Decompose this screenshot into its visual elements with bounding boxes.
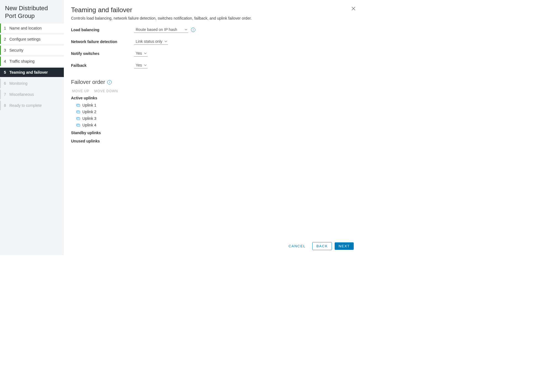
wizard-footer: CANCEL BACK NEXT bbox=[71, 238, 354, 255]
select-notify-switches[interactable]: Yes bbox=[134, 50, 148, 57]
unused-uplinks-title: Unused uplinks bbox=[71, 139, 354, 143]
row-notify-switches: Notify switches Yes bbox=[71, 50, 354, 57]
uplink-icon bbox=[76, 104, 80, 107]
step-monitoring: 6 Monitoring bbox=[0, 79, 64, 88]
standby-uplinks-title: Standby uplinks bbox=[71, 131, 354, 135]
wizard-steps: 1 Name and location 2 Configure settings… bbox=[0, 23, 64, 112]
svg-rect-1 bbox=[77, 104, 80, 107]
row-failback: Failback Yes bbox=[71, 62, 354, 68]
select-failback[interactable]: Yes bbox=[134, 62, 148, 68]
step-security[interactable]: 3 Security bbox=[0, 46, 64, 55]
uplink-item[interactable]: Uplink 3 bbox=[71, 115, 354, 122]
chevron-down-icon bbox=[164, 40, 167, 43]
uplink-item[interactable]: Uplink 2 bbox=[71, 108, 354, 115]
unused-uplinks-group: Unused uplinks bbox=[71, 139, 354, 145]
uplink-icon bbox=[76, 117, 80, 120]
uplink-item[interactable]: Uplink 4 bbox=[71, 122, 354, 128]
step-traffic-shaping[interactable]: 4 Traffic shaping bbox=[0, 57, 64, 66]
cancel-button[interactable]: CANCEL bbox=[285, 242, 310, 250]
chevron-down-icon bbox=[144, 52, 147, 55]
step-ready-to-complete: 8 Ready to complete bbox=[0, 101, 64, 110]
info-icon[interactable]: i bbox=[191, 28, 195, 32]
main-content: Teaming and failover Controls load balan… bbox=[64, 0, 362, 255]
svg-rect-3 bbox=[77, 111, 80, 113]
wizard-sidebar: New Distributed Port Group 1 Name and lo… bbox=[0, 0, 64, 255]
chevron-down-icon bbox=[144, 63, 147, 67]
step-teaming-and-failover[interactable]: 5 Teaming and failover bbox=[0, 68, 64, 77]
label-failback: Failback bbox=[71, 63, 134, 68]
move-down-button: MOVE DOWN bbox=[94, 89, 118, 93]
label-notify-switches: Notify switches bbox=[71, 51, 134, 56]
select-network-failure-detection[interactable]: Link status only bbox=[134, 38, 168, 45]
svg-rect-5 bbox=[77, 118, 80, 120]
uplink-item[interactable]: Uplink 1 bbox=[71, 102, 354, 108]
page-description: Controls load balancing, network failure… bbox=[71, 16, 354, 20]
back-button[interactable]: BACK bbox=[312, 242, 332, 250]
close-button[interactable] bbox=[351, 6, 356, 12]
info-icon[interactable]: i bbox=[107, 80, 112, 84]
move-up-button: MOVE UP bbox=[72, 89, 89, 93]
label-load-balancing: Load balancing bbox=[71, 28, 134, 32]
chevron-down-icon bbox=[184, 28, 188, 31]
active-uplinks-title: Active uplinks bbox=[71, 96, 354, 100]
uplink-icon bbox=[76, 123, 80, 127]
label-network-failure-detection: Network failure detection bbox=[71, 39, 134, 44]
svg-rect-7 bbox=[77, 124, 80, 126]
page-title: Teaming and failover bbox=[71, 6, 354, 14]
step-configure-settings[interactable]: 2 Configure settings bbox=[0, 35, 64, 44]
close-icon bbox=[351, 6, 356, 11]
wizard-title: New Distributed Port Group bbox=[0, 4, 64, 23]
select-load-balancing[interactable]: Route based on IP hash bbox=[134, 27, 188, 33]
step-name-and-location[interactable]: 1 Name and location bbox=[0, 23, 64, 33]
uplink-icon bbox=[76, 110, 80, 114]
row-network-failure-detection: Network failure detection Link status on… bbox=[71, 38, 354, 45]
next-button[interactable]: NEXT bbox=[335, 242, 354, 250]
step-miscellaneous: 7 Miscellaneous bbox=[0, 90, 64, 99]
row-load-balancing: Load balancing Route based on IP hash i bbox=[71, 27, 354, 33]
failover-order-title: Failover order i bbox=[71, 79, 354, 85]
standby-uplinks-group: Standby uplinks bbox=[71, 131, 354, 137]
active-uplinks-group: Active uplinks Uplink 1 Uplink 2 Uplink … bbox=[71, 96, 354, 128]
